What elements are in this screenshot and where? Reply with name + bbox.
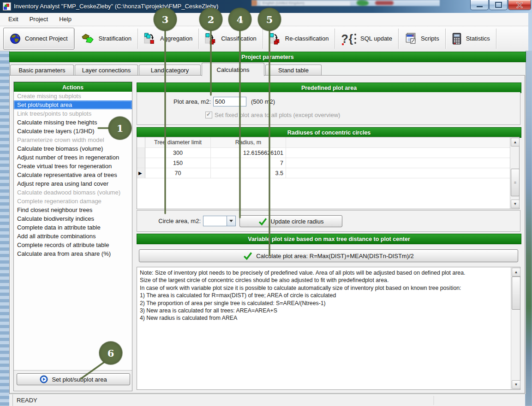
action-item[interactable]: Link trees/points to subplots <box>14 109 132 118</box>
table-row[interactable]: 150 7 <box>137 158 519 168</box>
toolbar-aggregation-button[interactable]: Aggregation <box>138 28 198 49</box>
application-window: English (United Kingdom) Inventory Analy… <box>0 0 532 406</box>
tab-calculations[interactable]: Calculations <box>202 63 264 76</box>
fixed-plot-area-checkbox[interactable]: ✓ <box>205 112 212 118</box>
plot-area-input[interactable] <box>213 97 246 106</box>
table-row[interactable]: 300 12.6156626101 <box>137 148 519 158</box>
action-item-selected[interactable]: Set plot/subplot area <box>14 100 132 109</box>
update-button-label: Update circle radius <box>271 218 324 225</box>
menu-project[interactable]: Project <box>24 14 54 24</box>
maximize-button[interactable] <box>489 0 508 10</box>
toolbar-statistics-button[interactable]: Statistics <box>446 28 496 49</box>
action-item[interactable]: Create missing subplots <box>14 92 132 100</box>
column-header-radius: Radius, m <box>211 137 286 148</box>
diameter-cell[interactable]: 70 <box>145 168 211 178</box>
toolbar: Connect Project Stratification Aggregati… <box>0 26 528 51</box>
note-text: Note: Size of inventory plot needs to be… <box>137 267 510 389</box>
action-item[interactable]: Calculate deadwood biomass (volume) <box>14 188 132 197</box>
status-divider <box>434 396 434 405</box>
action-item[interactable]: Calculate tree biomass (volume) <box>14 144 132 153</box>
radius-cell[interactable]: 3.5 <box>211 168 286 178</box>
globe-icon <box>10 33 21 44</box>
combobox-dropdown-button[interactable] <box>227 216 236 226</box>
scroll-up-icon[interactable]: ▲ <box>511 138 520 147</box>
action-item[interactable]: Add all attribute combinations <box>14 232 132 241</box>
toolbar-sql-update-button[interactable]: ?{ SQL update <box>335 28 398 49</box>
status-divider <box>12 394 13 406</box>
scroll-up-icon[interactable]: ▲ <box>512 268 520 277</box>
action-item[interactable]: Adjust number of trees in regeneration <box>14 153 132 162</box>
background-window-blur: English (United Kingdom) <box>251 0 440 6</box>
sql-icon: ?{ <box>341 33 356 44</box>
app-icon <box>3 2 11 11</box>
minimize-button[interactable] <box>470 0 489 10</box>
combobox-value[interactable] <box>203 216 227 226</box>
menu-exit[interactable]: Exit <box>3 14 24 24</box>
predefined-plot-area-body: Plot area, m2: (500 m2) ✓ Set fixed plot… <box>137 92 520 125</box>
plot-area-label: Plot area, m2: <box>150 98 211 105</box>
action-item[interactable]: Calculate representative area of trees <box>14 171 132 179</box>
window-frame-right-upper <box>528 13 532 51</box>
window-title: Inventory Analyst "FMP_CeskeZleby" (C:\h… <box>14 3 218 10</box>
set-plot-subplot-area-button[interactable]: Set plot/subplot area <box>17 373 130 385</box>
close-button[interactable] <box>508 0 531 10</box>
action-item[interactable]: Complete records of attribute table <box>14 241 132 249</box>
scrollbar-thumb[interactable] <box>512 277 520 310</box>
green-check-icon <box>258 217 267 226</box>
variable-plot-size-header: Variable plot size based on max tree dis… <box>137 234 521 244</box>
action-item[interactable]: Calculate area from area share (%) <box>14 249 132 258</box>
callout-3: 3 <box>154 8 177 31</box>
note-line: 4) New radius is calculated from AREA <box>140 314 508 322</box>
toolbar-scripts-button[interactable]: Scripts <box>399 28 445 49</box>
radius-cell[interactable]: 12.6156626101 <box>211 148 286 158</box>
table-row-active[interactable]: ▶ 70 3.5 <box>137 168 519 178</box>
toolbar-button-label: Stratification <box>99 35 132 42</box>
calculate-plot-area-button[interactable]: Calculate plot area: R=Max(DIST)+MEAN(DI… <box>139 249 518 262</box>
tab-layer-connections[interactable]: Layer connections <box>75 65 138 75</box>
action-item[interactable]: Find closest neighbour trees <box>14 206 132 214</box>
scroll-down-icon[interactable]: ▼ <box>512 380 520 389</box>
radius-cell[interactable]: 7 <box>211 158 286 168</box>
tab-land-category[interactable]: Land category <box>139 65 201 75</box>
filler-cell <box>286 137 519 148</box>
note-line: 2) The proportion of area per single tre… <box>140 300 508 307</box>
circle-area-combobox[interactable] <box>203 216 236 226</box>
tab-basic-parameters[interactable]: Basic parameters <box>10 65 74 75</box>
stratification-icon <box>81 33 95 44</box>
tab-stand-table[interactable]: Stand table <box>265 65 322 75</box>
filler-cell <box>286 158 519 168</box>
table-scrollbar[interactable]: ▲ ≡ ▼ <box>510 137 519 209</box>
note-line: Note: Size of inventory plot needs to be… <box>140 269 508 277</box>
action-item[interactable]: Create virtual trees for regeneration <box>14 162 132 171</box>
action-item[interactable]: Complete data in attribute table <box>14 223 132 232</box>
window-controls <box>470 0 531 10</box>
close-icon <box>516 2 523 8</box>
action-item[interactable]: Calculate biodiversity indices <box>14 214 132 223</box>
classification-icon <box>205 33 217 45</box>
note-scrollbar[interactable]: ▲ ▼ <box>511 267 520 389</box>
toolbar-classification-button[interactable]: Classification <box>199 28 263 49</box>
diameter-cell[interactable]: 150 <box>145 158 211 168</box>
row-header-cell: ▶ <box>137 168 145 178</box>
status-text: READY <box>17 397 37 404</box>
fixed-plot-area-checkbox-label: Set fixed plot area to all plots (except… <box>215 112 340 118</box>
note-line: 3) New area is calculated for all trees:… <box>140 307 508 314</box>
toolbar-button-label: Aggregation <box>160 35 192 42</box>
scrollbar-thumb[interactable]: ≡ <box>511 169 520 196</box>
actions-panel-header: Actions <box>14 82 132 93</box>
callout-1: 1 <box>108 117 132 140</box>
toolbar-connect-project-button[interactable]: Connect Project <box>3 28 74 50</box>
chevron-down-icon <box>229 220 233 222</box>
action-item[interactable]: Adjust repre area using land cover <box>14 179 132 188</box>
row-header-cell <box>137 137 145 148</box>
project-parameters-header: Project parameters <box>9 52 526 62</box>
action-item[interactable]: Complete regeneration damage <box>14 197 132 206</box>
diameter-cell[interactable]: 300 <box>145 148 211 158</box>
callout-4: 4 <box>228 8 251 31</box>
update-circle-radius-button[interactable]: Update circle radius <box>239 215 342 227</box>
checkmark-icon: ✓ <box>206 111 211 118</box>
toolbar-stratification-button[interactable]: Stratification <box>75 28 138 49</box>
toolbar-reclassification-button[interactable]: Re-classification <box>263 28 335 49</box>
menu-help[interactable]: Help <box>54 14 77 24</box>
scroll-down-icon[interactable]: ▼ <box>511 200 520 208</box>
